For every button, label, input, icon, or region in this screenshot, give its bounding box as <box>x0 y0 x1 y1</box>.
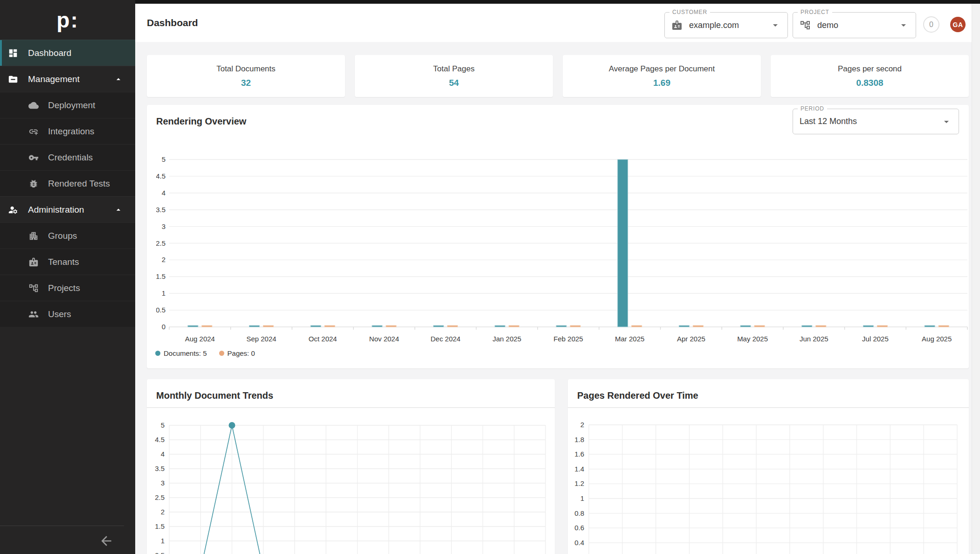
svg-text:3: 3 <box>161 479 165 487</box>
people-icon <box>28 309 39 319</box>
panel-title: Rendering Overview <box>156 116 246 127</box>
avatar[interactable]: GA <box>950 17 966 32</box>
svg-text:0.5: 0.5 <box>155 551 165 554</box>
legend-label: Pages: 0 <box>228 349 255 357</box>
arrow-back-icon <box>99 533 114 548</box>
svg-text:1: 1 <box>161 537 165 545</box>
svg-text:0.6: 0.6 <box>574 524 584 532</box>
badge-icon <box>671 20 683 31</box>
sidebar-item-label: Projects <box>48 283 80 293</box>
account-tree-icon <box>800 20 811 31</box>
sidebar-item-dashboard[interactable]: Dashboard <box>0 40 135 66</box>
sidebar-item-administration[interactable]: Administration <box>0 196 135 222</box>
chevron-up-icon <box>114 75 123 84</box>
svg-text:1.2: 1.2 <box>574 479 584 487</box>
stat-value: 0.8308 <box>856 78 883 88</box>
legend-item[interactable]: Pages: 0 <box>219 349 255 357</box>
svg-text:Nov 2024: Nov 2024 <box>369 335 399 343</box>
chevron-down-icon <box>770 20 781 31</box>
scrollbar-track[interactable] <box>972 4 980 554</box>
sidebar-nav: DashboardManagementDeploymentIntegration… <box>0 40 135 327</box>
sidebar-item-credentials[interactable]: Credentials <box>0 144 135 170</box>
svg-text:1.5: 1.5 <box>155 522 165 530</box>
notification-count-badge[interactable]: 0 <box>923 16 939 33</box>
svg-text:3: 3 <box>162 222 166 230</box>
svg-text:0: 0 <box>162 323 166 331</box>
period-select[interactable]: PERIOD Last 12 Months <box>793 109 959 134</box>
account-tree-icon <box>28 283 39 293</box>
panel-title: Monthly Document Trends <box>156 390 273 401</box>
panel-title: Pages Rendered Over Time <box>577 390 698 401</box>
sidebar-item-label: Tenants <box>48 257 79 267</box>
sidebar-item-label: Users <box>48 309 71 319</box>
project-select-label: PROJECT <box>798 9 832 15</box>
svg-text:Aug 2025: Aug 2025 <box>922 335 952 343</box>
sidebar-item-projects[interactable]: Projects <box>0 275 135 301</box>
svg-text:Dec 2024: Dec 2024 <box>431 335 461 343</box>
sidebar-item-integrations[interactable]: Integrations <box>0 118 135 144</box>
dashboard-icon <box>8 48 18 58</box>
svg-text:Aug 2024: Aug 2024 <box>185 335 215 343</box>
svg-text:2.5: 2.5 <box>155 493 165 501</box>
svg-text:4.5: 4.5 <box>155 436 165 443</box>
stat-label: Average Pages per Document <box>609 64 715 74</box>
add-link-icon <box>28 126 39 137</box>
manage-accounts-icon <box>8 205 18 215</box>
stat-label: Total Pages <box>433 64 475 74</box>
chevron-up-icon <box>114 205 123 215</box>
sidebar-item-deployment[interactable]: Deployment <box>0 92 135 118</box>
stat-value: 32 <box>241 78 251 88</box>
app-logo: p: <box>0 0 135 40</box>
svg-text:Jul 2025: Jul 2025 <box>862 335 889 343</box>
stat-value: 1.69 <box>653 78 670 88</box>
project-select[interactable]: PROJECT demo <box>793 12 916 38</box>
rendering-overview-chart: 54.543.532.521.510.50Aug 2024Sep 2024Oct… <box>156 152 969 347</box>
project-select-value: demo <box>817 21 838 30</box>
svg-text:2: 2 <box>161 508 165 516</box>
apartment-icon <box>28 231 39 241</box>
sidebar-item-label: Deployment <box>48 100 95 111</box>
svg-text:5: 5 <box>162 155 166 163</box>
customer-select-label: CUSTOMER <box>669 9 710 15</box>
customer-select[interactable]: CUSTOMER example.com <box>664 12 788 38</box>
period-select-label: PERIOD <box>798 105 827 112</box>
sidebar-item-label: Credentials <box>48 152 93 163</box>
svg-text:0.5: 0.5 <box>156 306 166 314</box>
bug-icon <box>28 179 39 189</box>
stat-card-pages-per-second: Pages per second 0.8308 <box>771 55 969 97</box>
legend-dot-icon <box>219 351 224 356</box>
cloud-icon <box>28 100 39 111</box>
svg-text:1.6: 1.6 <box>574 450 584 458</box>
sidebar-item-tenants[interactable]: Tenants <box>0 249 135 275</box>
svg-text:Oct 2024: Oct 2024 <box>309 335 337 343</box>
stat-card-total-pages: Total Pages 54 <box>355 55 553 97</box>
legend-dot-icon <box>155 351 160 356</box>
svg-text:1.4: 1.4 <box>574 465 584 473</box>
sidebar-item-label: Management <box>28 74 80 84</box>
sidebar-item-rendered-tests[interactable]: Rendered Tests <box>0 170 135 196</box>
sidebar-item-management[interactable]: Management <box>0 66 135 92</box>
stat-card-total-documents: Total Documents 32 <box>147 55 345 97</box>
collapse-sidebar-button[interactable] <box>99 533 114 548</box>
key-icon <box>28 152 39 163</box>
stat-label: Total Documents <box>216 64 276 74</box>
svg-text:1: 1 <box>580 494 584 502</box>
stat-card-average-pages: Average Pages per Document 1.69 <box>563 55 761 97</box>
svg-text:2: 2 <box>162 256 166 263</box>
customer-select-value: example.com <box>689 21 739 30</box>
pages-rendered-over-time-chart: 21.81.61.41.210.80.60.40.20 <box>568 410 969 554</box>
chevron-down-icon <box>941 116 952 127</box>
stat-value: 54 <box>449 78 459 88</box>
panel-divider <box>147 407 555 408</box>
sidebar-item-label: Administration <box>28 205 84 215</box>
svg-text:4.5: 4.5 <box>156 172 166 180</box>
svg-text:Sep 2024: Sep 2024 <box>246 335 276 343</box>
chart-legend: Documents: 5Pages: 0 <box>155 349 255 357</box>
sidebar-item-users[interactable]: Users <box>0 301 135 327</box>
svg-text:4: 4 <box>161 450 165 458</box>
legend-label: Documents: 5 <box>164 349 207 357</box>
legend-item[interactable]: Documents: 5 <box>155 349 207 357</box>
panel-divider <box>568 407 969 408</box>
sidebar-item-groups[interactable]: Groups <box>0 222 135 249</box>
sidebar-item-label: Rendered Tests <box>48 179 110 189</box>
